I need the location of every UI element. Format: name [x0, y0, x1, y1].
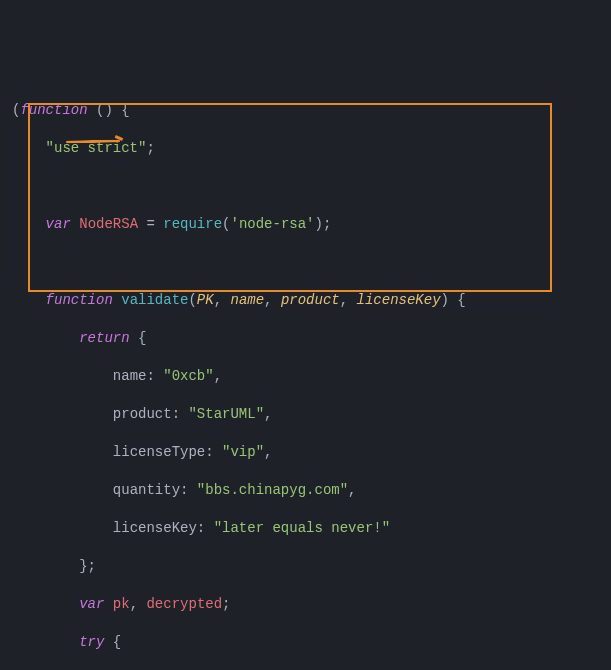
code-line: quantity: "bbs.chinapyg.com", [12, 481, 611, 500]
code-line: name: "0xcb", [12, 367, 611, 386]
code-line: "use strict"; [12, 139, 611, 158]
code-line: var NodeRSA = require('node-rsa'); [12, 215, 611, 234]
code-line [12, 253, 611, 272]
code-line: product: "StarUML", [12, 405, 611, 424]
code-line: function validate(PK, name, product, lic… [12, 291, 611, 310]
code-line: licenseKey: "later equals never!" [12, 519, 611, 538]
code-line [12, 177, 611, 196]
code-line: var pk, decrypted; [12, 595, 611, 614]
code-line: try { [12, 633, 611, 652]
code-line: return { [12, 329, 611, 348]
code-line: licenseType: "vip", [12, 443, 611, 462]
code-line: (function () { [12, 101, 611, 120]
code-editor: (function () { "use strict"; var NodeRSA… [12, 82, 611, 670]
code-line: }; [12, 557, 611, 576]
